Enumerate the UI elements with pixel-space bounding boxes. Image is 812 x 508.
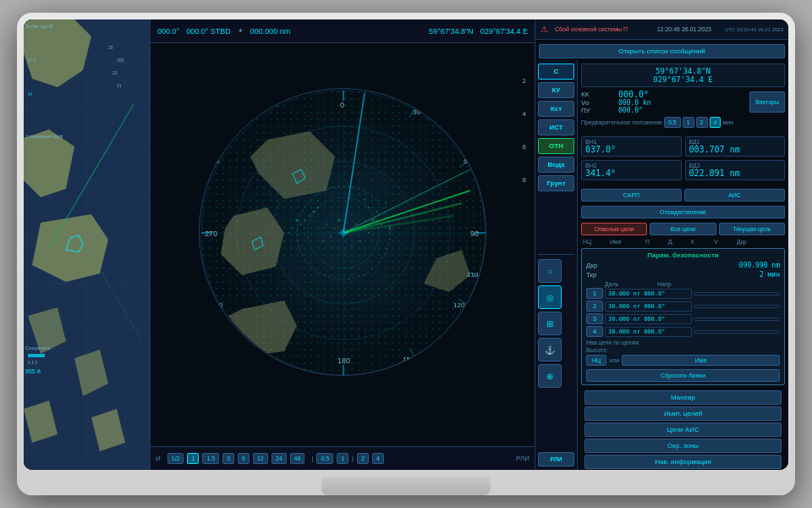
monitor-stand <box>321 477 491 495</box>
messages-row: Открыть список сообщений <box>535 40 788 60</box>
guard-val-1: 30.000 nr 000.0° <box>605 289 692 299</box>
mode-btn-grunt[interactable]: Грунт <box>538 175 574 191</box>
menu-btn-maneuver[interactable]: Маневр <box>584 390 782 405</box>
bd2-value: 022.891 nm <box>689 168 782 178</box>
arpa-ais-row: САРП АИС <box>581 189 785 202</box>
icon-grid[interactable]: ⊞ <box>538 312 562 335</box>
nts-btn[interactable]: НЦ <box>586 355 606 366</box>
all-targets-btn[interactable]: Все цели <box>650 223 716 235</box>
reset-lines-btn[interactable]: Сбросить Линии <box>586 369 780 382</box>
bd1-label: ВД1 <box>689 139 782 145</box>
nav-data-row: КК 000.0° Vo 000.0 kn ПУ 000.0° <box>581 90 785 114</box>
scale-btn-2[interactable]: 1 <box>187 453 199 464</box>
svg-text:27.1: 27.1 <box>28 58 36 63</box>
forecast-btn-4[interactable]: 4 <box>710 117 721 128</box>
menu-btn-nav-info[interactable]: Нав. информация <box>584 455 782 469</box>
mode-btn-ist[interactable]: ИСТ <box>538 119 574 135</box>
col-p: П <box>645 239 667 245</box>
scale-btn-4[interactable]: 3 <box>222 453 234 464</box>
scale-btn-half1[interactable]: 0.5 <box>316 453 333 464</box>
scale-btn-3[interactable]: 1.5 <box>202 453 219 464</box>
icon-target[interactable]: ⊕ <box>538 364 562 388</box>
svg-text:200: 200 <box>117 58 124 63</box>
pu-row: ПУ 000.0° <box>581 107 746 114</box>
coord-display-2: 029°67'34.4 E <box>480 27 528 36</box>
guard-val-2: 30.000 nr 000.0° <box>605 301 692 312</box>
right-content: С КУ Кст ИСТ ОТН Вода Грунт ○ ◎ ⊞ ⚓ ⊕ <box>535 60 788 470</box>
scale-btn-1b[interactable]: 1 <box>337 453 348 464</box>
arpa-btn[interactable]: САРП <box>581 189 682 202</box>
name-btn[interactable]: Имя <box>622 355 780 366</box>
rli-label: РЛИ <box>516 455 529 462</box>
scale-btn-5[interactable]: 6 <box>238 453 250 464</box>
tkr-label: Ткр <box>586 271 596 279</box>
forecast-btn-05[interactable]: 0.5 <box>664 117 681 128</box>
svg-text:Сохранить: Сохранить <box>25 345 51 351</box>
guard-header: Даль Напр. <box>586 281 780 287</box>
dkr-label: Дкр <box>586 262 597 269</box>
guard-val-4: 30.000 nr 000.0° <box>605 327 692 337</box>
mode-btn-otn[interactable]: ОТН <box>538 138 574 154</box>
radar-background: 0 30 60 90 110 <box>199 88 486 376</box>
mode-btn-ku[interactable]: КУ <box>538 82 574 98</box>
forecast-btn-2[interactable]: 2 <box>696 117 708 128</box>
scale-btn-8[interactable]: 48 <box>290 453 305 464</box>
nm-display: 000.000 nm <box>250 27 291 36</box>
forecast-unit: мин <box>722 119 733 125</box>
open-messages-btn[interactable]: Открыть список сообщений <box>539 44 785 58</box>
guard-val-4b <box>694 330 781 334</box>
coord-lat: 59°67'34.8"N <box>586 67 780 75</box>
menu-btn-guard-zones[interactable]: Охр. зоны <box>584 439 782 453</box>
menu-btn-sim-targets[interactable]: Имит. целей <box>584 406 782 421</box>
icon-circle[interactable]: ○ <box>538 259 562 283</box>
time-bar: ⚠ Сбой основной системы П 12:20:46 26.01… <box>535 19 788 40</box>
svg-text:21: 21 <box>112 70 118 75</box>
svg-text:20: 20 <box>108 45 113 50</box>
vectors-btn[interactable]: Векторы <box>749 91 785 113</box>
col-dkr: Дкр <box>737 239 762 245</box>
bottom-scale-bar: И 1/2 1 1.5 3 6 12 24 48 | 0.5 1 | 2 4 Р… <box>151 446 535 470</box>
scale-btn-1[interactable]: 1/2 <box>167 453 184 464</box>
mode-btn-kst[interactable]: Кст <box>538 101 574 117</box>
range-labels: 2 4 6 8 <box>523 77 526 184</box>
menu-btn-ais-targets[interactable]: Цели АИС <box>584 422 782 437</box>
icon-target-circle[interactable]: ◎ <box>538 285 562 309</box>
guard-val-3b <box>694 318 781 321</box>
bn1-item: ВН1 037.0° <box>581 136 682 157</box>
scale-btn-2b[interactable]: 2 <box>357 453 369 464</box>
local-time: 12:20:46 26.01.2023 <box>657 26 711 32</box>
ais-btn[interactable]: АИС <box>684 189 785 202</box>
danger-targets-tabs: Опасные цели Все цели Текущая цель <box>581 223 785 235</box>
mode-btn-voda[interactable]: Вода <box>538 157 574 173</box>
alert-icon: ⚠ <box>540 25 548 34</box>
scale-btn-7[interactable]: 24 <box>272 453 287 464</box>
current-target-btn[interactable]: Текущая цель <box>719 223 785 235</box>
col-v: V <box>714 239 735 245</box>
vo-row: Vo 000.0 kn <box>581 99 746 107</box>
nts-info-label: Нав.цели по целям <box>586 340 780 345</box>
scale-btn-6[interactable]: 12 <box>253 453 268 464</box>
mode-btn-s[interactable]: С <box>538 64 574 80</box>
chart-svg: Атлас Цр-М Сглаживания Цр-М Сохранить 0 … <box>24 19 151 460</box>
icon-anchor[interactable]: ⚓ <box>538 338 562 362</box>
chart-panel: Атлас Цр-М Сглаживания Цр-М Сохранить 0 … <box>24 19 151 470</box>
tkr-value: 2 мин <box>760 271 780 279</box>
bd2-item: ВД2 022.891 nm <box>685 160 786 180</box>
guard-num-1: 1 <box>586 288 603 299</box>
forecast-btn-1[interactable]: 1 <box>683 117 694 128</box>
bn1-label: ВН1 <box>585 139 678 145</box>
bd2-label: ВД2 <box>689 163 782 168</box>
id-btn[interactable]: Отождествление <box>581 206 785 218</box>
heading-display: 000.0° <box>157 27 179 36</box>
guard-row-3: 3 30.000 nr 000.0° <box>586 313 780 324</box>
coord-lon: 029°67'34.4 E <box>586 75 780 84</box>
rli-btn[interactable]: РЛИ <box>538 452 574 467</box>
scale-btn-4b[interactable]: 4 <box>372 453 384 464</box>
svg-text:865 А: 865 А <box>25 368 41 374</box>
kk-row: КК 000.0° <box>581 90 746 99</box>
gh-napr: Напр. <box>657 281 708 287</box>
danger-targets-btn[interactable]: Опасные цели <box>581 223 647 235</box>
monitor: Атлас Цр-М Сглаживания Цр-М Сохранить 0 … <box>17 13 795 495</box>
col-nc: НЦ <box>583 239 608 245</box>
params-title: Парам. безопасности <box>586 251 780 259</box>
